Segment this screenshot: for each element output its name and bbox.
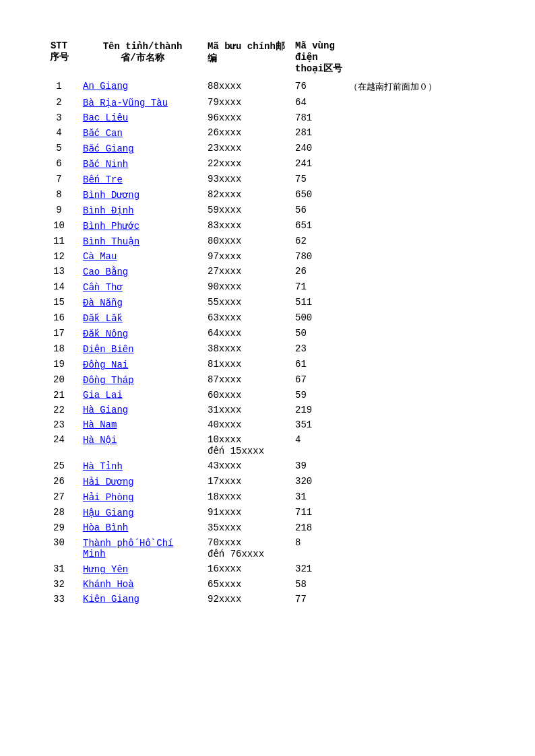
cell-note: [344, 310, 495, 326]
cell-phone: 31: [290, 489, 344, 505]
table-row: 11Bình Thuận80xxxx62: [40, 234, 495, 249]
cell-phone: 651: [290, 218, 344, 234]
cell-name[interactable]: Thành phố Hồ Chí Minh: [77, 535, 202, 561]
cell-postal: 16xxxx: [202, 561, 290, 577]
cell-name[interactable]: Khánh Hoà: [77, 577, 202, 592]
cell-name[interactable]: Cao Bằng: [77, 264, 202, 279]
cell-note: [344, 234, 495, 249]
cell-name[interactable]: Bà Rịa-Vũng Tàu: [77, 95, 202, 110]
cell-name[interactable]: Bến Tre: [77, 172, 202, 187]
cell-postal: 96xxxx: [202, 110, 290, 125]
cell-stt: 6: [40, 156, 77, 172]
cell-stt: 17: [40, 326, 77, 341]
cell-phone: 39: [290, 458, 344, 474]
table-row: 19Đồng Nai81xxxx61: [40, 357, 495, 372]
cell-phone: 58: [290, 577, 344, 592]
cell-postal: 55xxxx: [202, 295, 290, 310]
table-row: 10Bình Phước83xxxx651: [40, 218, 495, 234]
cell-postal: 93xxxx: [202, 172, 290, 187]
table-row: 24Hà Nội10xxxxđến 15xxxx4: [40, 432, 495, 458]
cell-note: [344, 357, 495, 372]
cell-note: [344, 592, 495, 607]
cell-name[interactable]: Bình Định: [77, 203, 202, 218]
cell-name[interactable]: Hà Nam: [77, 417, 202, 432]
cell-postal: 87xxxx: [202, 372, 290, 388]
cell-phone: 321: [290, 561, 344, 577]
table-row: 1An Giang88xxxx76（在越南打前面加０）: [40, 79, 495, 95]
cell-phone: 320: [290, 474, 344, 489]
cell-postal: 92xxxx: [202, 592, 290, 607]
header-section: STT 序号 Tên tỉnh/thành 省/市名称 Mã bưu chính…: [40, 40, 495, 75]
table-row: 16Đắk Lắk63xxxx500: [40, 310, 495, 326]
cell-name[interactable]: Bac Liêu: [77, 110, 202, 125]
cell-postal: 35xxxx: [202, 520, 290, 535]
cell-name[interactable]: Đà Nẵng: [77, 295, 202, 310]
cell-name[interactable]: An Giang: [77, 79, 202, 95]
cell-name[interactable]: Hải Dương: [77, 474, 202, 489]
cell-name[interactable]: Bình Phước: [77, 218, 202, 234]
cell-name[interactable]: Bắc Ninh: [77, 156, 202, 172]
cell-stt: 9: [40, 203, 77, 218]
cell-note: [344, 561, 495, 577]
cell-phone: 23: [290, 341, 344, 357]
table-row: 27Hải Phòng18xxxx31: [40, 489, 495, 505]
cell-name[interactable]: Kiên Giang: [77, 592, 202, 607]
cell-note: [344, 388, 495, 403]
cell-note: [344, 577, 495, 592]
cell-postal: 64xxxx: [202, 326, 290, 341]
cell-note: [344, 505, 495, 520]
cell-note: [344, 95, 495, 110]
cell-name[interactable]: Bình Thuận: [77, 234, 202, 249]
cell-name[interactable]: Bình Dương: [77, 187, 202, 203]
cell-name[interactable]: Gia Lai: [77, 388, 202, 403]
cell-note: [344, 489, 495, 505]
cell-note: [344, 203, 495, 218]
cell-stt: 10: [40, 218, 77, 234]
cell-note: [344, 474, 495, 489]
cell-note: [344, 172, 495, 187]
cell-stt: 15: [40, 295, 77, 310]
cell-phone: 281: [290, 125, 344, 141]
cell-name[interactable]: Hòa Bình: [77, 520, 202, 535]
cell-phone: 711: [290, 505, 344, 520]
cell-name[interactable]: Đắk Lắk: [77, 310, 202, 326]
cell-postal: 82xxxx: [202, 187, 290, 203]
cell-name[interactable]: Hậu Giang: [77, 505, 202, 520]
cell-note: [344, 264, 495, 279]
cell-name[interactable]: Đồng Tháp: [77, 372, 202, 388]
province-table: 1An Giang88xxxx76（在越南打前面加０）2Bà Rịa-Vũng …: [40, 79, 495, 607]
cell-name[interactable]: Cần Thơ: [77, 279, 202, 295]
cell-stt: 4: [40, 125, 77, 141]
cell-phone: 59: [290, 388, 344, 403]
cell-phone: 650: [290, 187, 344, 203]
cell-name[interactable]: Hà Nội: [77, 432, 202, 458]
cell-note: [344, 403, 495, 417]
cell-stt: 2: [40, 95, 77, 110]
table-row: 7Bến Tre93xxxx75: [40, 172, 495, 187]
cell-name[interactable]: Đồng Nai: [77, 357, 202, 372]
table-row: 5Bắc Giang23xxxx240: [40, 141, 495, 156]
cell-name[interactable]: Hà Tỉnh: [77, 458, 202, 474]
cell-name[interactable]: Bắc Can: [77, 125, 202, 141]
cell-stt: 21: [40, 388, 77, 403]
cell-name[interactable]: Hà Giang: [77, 403, 202, 417]
cell-stt: 8: [40, 187, 77, 203]
table-row: 21Gia Lai60xxxx59: [40, 388, 495, 403]
cell-phone: 67: [290, 372, 344, 388]
cell-name[interactable]: Hải Phòng: [77, 489, 202, 505]
cell-note: [344, 156, 495, 172]
cell-postal: 31xxxx: [202, 403, 290, 417]
cell-phone: 8: [290, 535, 344, 561]
cell-name[interactable]: Hưng Yên: [77, 561, 202, 577]
header-stt: STT 序号: [40, 40, 77, 75]
header-postal: Mã bưu chính邮编: [202, 40, 290, 75]
cell-note: [344, 141, 495, 156]
cell-note: [344, 218, 495, 234]
cell-name[interactable]: Cà Mau: [77, 249, 202, 264]
cell-name[interactable]: Điện Biên: [77, 341, 202, 357]
cell-postal: 79xxxx: [202, 95, 290, 110]
cell-name[interactable]: Bắc Giang: [77, 141, 202, 156]
cell-name[interactable]: Đắk Nông: [77, 326, 202, 341]
cell-phone: 780: [290, 249, 344, 264]
cell-postal: 17xxxx: [202, 474, 290, 489]
